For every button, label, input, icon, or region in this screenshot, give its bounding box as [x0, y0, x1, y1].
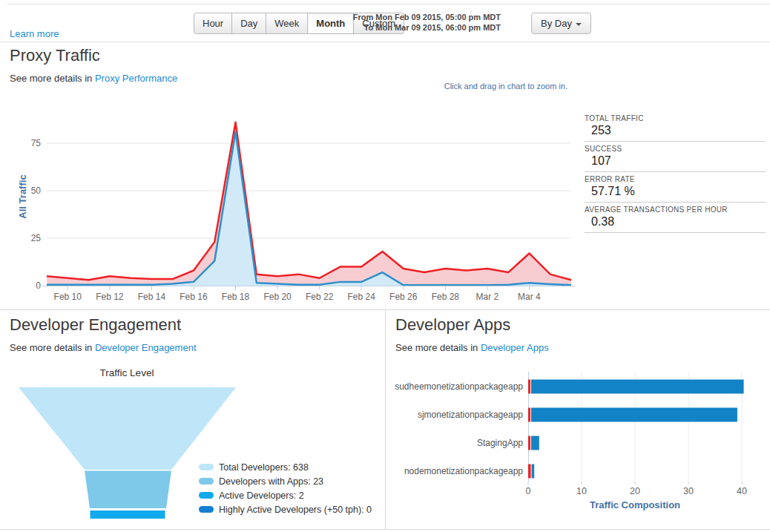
- bar-success-3: [532, 464, 535, 479]
- date-range-to: To Mon Mar 09 2015, 06:00 pm MDT: [319, 22, 501, 33]
- success-area: [47, 132, 571, 286]
- legend-item[interactable]: Total Developers: 638: [199, 460, 372, 474]
- stat-label: SUCCESS: [585, 145, 766, 153]
- proxy-traffic-title: Proxy Traffic: [10, 46, 100, 65]
- x-tick-label: 0: [526, 486, 531, 496]
- success-line: [47, 132, 571, 286]
- proxy-traffic-subtitle: See more details in Proxy Performance: [10, 73, 177, 84]
- top-divider: [7, 4, 770, 4]
- x-tick-label: Feb 14: [138, 292, 166, 302]
- bar-category-label: nodemonetizationpackageapp: [404, 466, 523, 476]
- legend-swatch-icon: [199, 506, 214, 513]
- stat-value: 57.71 %: [585, 185, 766, 198]
- header-divider: [0, 42, 770, 42]
- legend-item[interactable]: Highly Active Developers (+50 tph): 0: [199, 502, 372, 516]
- bar-category-label: sjmonetizationpackageapp: [418, 410, 523, 420]
- y-tick-label: 75: [31, 138, 42, 148]
- legend-label: Highly Active Developers (+50 tph): 0: [219, 505, 372, 515]
- stat-value: 107: [585, 154, 766, 168]
- bar-error-3: [528, 464, 531, 479]
- granularity-dropdown-button[interactable]: By Day: [531, 13, 591, 34]
- x-tick-label: Mar 2: [476, 292, 499, 302]
- x-tick-label: Feb 12: [96, 292, 124, 302]
- funnel-segment-active-developers: [91, 510, 165, 519]
- y-tick-label: 0: [36, 280, 41, 291]
- x-tick-label: Mar 4: [518, 292, 541, 302]
- range-button-day[interactable]: Day: [231, 13, 266, 34]
- date-range-from: From Mon Feb 09 2015, 05:00 pm MDT: [319, 12, 501, 22]
- bar-success-0: [531, 380, 744, 394]
- legend-item[interactable]: Developers with Apps: 23: [199, 474, 372, 488]
- x-tick-label: Feb 10: [54, 292, 82, 302]
- legend-swatch-icon: [199, 478, 214, 485]
- x-tick-label: Feb 28: [432, 292, 460, 302]
- legend-label: Total Developers: 638: [219, 462, 309, 473]
- developer-engagement-panel: Developer Engagement See more details in…: [0, 309, 385, 529]
- proxy-performance-link[interactable]: Proxy Performance: [95, 73, 177, 84]
- bar-error-0: [528, 380, 530, 394]
- x-tick-label: Feb 22: [306, 292, 334, 302]
- stat-value: 253: [585, 124, 766, 137]
- legend-swatch-icon: [199, 464, 214, 470]
- learn-more-link[interactable]: Learn more: [10, 28, 59, 39]
- x-axis-title: Traffic Composition: [590, 499, 680, 510]
- stat-label: TOTAL TRAFFIC: [585, 114, 766, 122]
- range-button-hour[interactable]: Hour: [194, 13, 232, 34]
- legend-label: Active Developers: 2: [219, 490, 304, 501]
- range-button-week[interactable]: Week: [266, 13, 308, 34]
- x-tick-label: Feb 20: [263, 292, 292, 302]
- funnel-legend: Total Developers: 638Developers with App…: [199, 460, 372, 516]
- bar-success-1: [531, 408, 737, 422]
- proxy-traffic-stats-panel: TOTAL TRAFFIC 253 SUCCESS 107 ERROR RATE…: [585, 111, 766, 233]
- y-tick-label: 25: [31, 233, 42, 243]
- legend-swatch-icon: [199, 492, 214, 499]
- bar-category-label: sudheemonetizationpackageapp: [395, 381, 523, 392]
- x-tick-label: Feb 26: [389, 292, 418, 302]
- stat-value: 0.38: [585, 215, 766, 229]
- dashboard-page: { "toolbar": { "learn_more": "Learn more…: [0, 0, 770, 532]
- x-tick-label: Feb 16: [180, 292, 208, 302]
- x-tick-label: Feb 24: [348, 292, 376, 302]
- x-tick-label: 40: [737, 486, 747, 496]
- total-traffic-area: [47, 122, 571, 286]
- funnel-segment-developers-with-apps: [85, 471, 171, 509]
- stat-success: SUCCESS 107: [585, 142, 766, 172]
- chevron-down-icon: [576, 23, 582, 26]
- total-traffic-line: [47, 122, 571, 280]
- subtitle-prefix: See more details in: [10, 73, 92, 84]
- bar-success-2: [531, 436, 539, 450]
- stat-error-rate: ERROR RATE 57.71 %: [585, 172, 766, 203]
- granularity-label: By Day: [541, 18, 572, 29]
- stat-label: AVERAGE TRANSACTIONS PER HOUR: [585, 206, 766, 214]
- bar-category-label: StagingApp: [477, 438, 523, 448]
- legend-item[interactable]: Active Developers: 2: [199, 488, 372, 502]
- bar-error-2: [528, 436, 530, 450]
- bottom-divider: [0, 529, 770, 530]
- y-axis-title: All Traffic: [17, 174, 28, 218]
- proxy-traffic-area-chart[interactable]: 0255075Feb 10Feb 12Feb 14Feb 16Feb 18Feb…: [0, 96, 579, 304]
- bar-error-1: [528, 408, 530, 422]
- x-tick-label: 20: [630, 486, 640, 496]
- stat-avg-tph: AVERAGE TRANSACTIONS PER HOUR 0.38: [585, 203, 766, 233]
- x-tick-label: Feb 18: [222, 292, 250, 302]
- legend-label: Developers with Apps: 23: [219, 476, 323, 487]
- stat-label: ERROR RATE: [585, 175, 766, 183]
- x-tick-label: 30: [683, 486, 694, 496]
- stat-total-traffic: TOTAL TRAFFIC 253: [585, 111, 766, 142]
- developer-apps-bar-chart: sudheemonetizationpackageappsjmonetizati…: [385, 309, 770, 529]
- date-range-display: From Mon Feb 09 2015, 05:00 pm MDT To Mo…: [319, 12, 501, 33]
- x-tick-label: 10: [576, 486, 587, 496]
- y-tick-label: 50: [31, 185, 42, 196]
- funnel-segment-total-developers: [19, 387, 236, 470]
- chart-zoom-hint: Click and drag in chart to zoom in.: [271, 82, 567, 91]
- developer-apps-panel: Developer Apps See more details in Devel…: [385, 309, 770, 529]
